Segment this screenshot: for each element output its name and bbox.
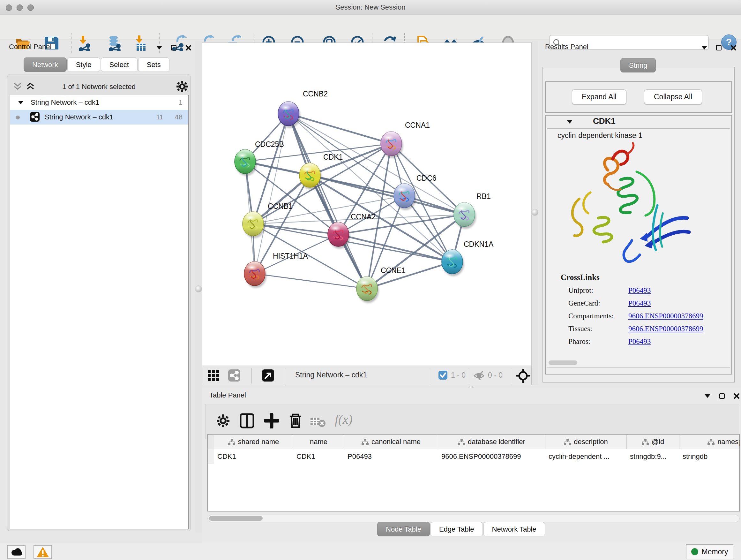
- table-cell[interactable]: stringdb: [679, 449, 740, 464]
- tab-string[interactable]: String: [620, 58, 656, 72]
- network-node-CCNA2: [328, 222, 350, 249]
- protein-structure-image: [560, 141, 694, 269]
- table-cell[interactable]: CDK1: [293, 449, 344, 464]
- network-collection-row[interactable]: String Network – cdk1 1: [10, 95, 188, 110]
- gene-hscroll-thumb[interactable]: [549, 361, 577, 365]
- gene-details: cyclin-dependent kinase 1: [547, 128, 730, 368]
- network-list: String Network – cdk1 1 String Network –…: [10, 95, 189, 529]
- share-view-icon[interactable]: [228, 369, 240, 381]
- network-node-HIST1H1A: [244, 261, 266, 288]
- crosslink-link[interactable]: P06493: [628, 287, 651, 295]
- column-header-5[interactable]: @id: [627, 435, 679, 449]
- close-panel-icon[interactable]: [731, 45, 737, 51]
- column-selector-icon[interactable]: [240, 413, 255, 428]
- table-cell[interactable]: stringdb:9...: [627, 449, 679, 464]
- collapse-panel-icon[interactable]: [156, 46, 162, 50]
- warning-button[interactable]: [33, 545, 52, 559]
- crosslink-label: Tissues:: [568, 325, 592, 333]
- crosslink-row: Tissues:9606.ENSP00000378699: [568, 325, 730, 333]
- delete-column-icon[interactable]: [288, 413, 303, 428]
- separator: [285, 368, 285, 383]
- tab-network[interactable]: Network: [23, 57, 67, 72]
- memory-status-dot: [691, 548, 698, 555]
- row-gutter: [208, 435, 214, 449]
- network-node-CDK1: [299, 163, 322, 190]
- network-row[interactable]: String Network – cdk1 11 48: [10, 110, 188, 125]
- crosslink-link[interactable]: P06493: [628, 337, 651, 346]
- selected-checkbox[interactable]: [439, 371, 448, 380]
- node-table[interactable]: shared namenamecanonical namedatabase id…: [207, 434, 740, 511]
- tab-edge-table[interactable]: Edge Table: [430, 522, 483, 537]
- hidden-count: 0 - 0: [488, 371, 502, 380]
- cloud-icon: [10, 548, 23, 557]
- crosslink-link[interactable]: 9606.ENSP00000378699: [628, 325, 703, 333]
- crosslink-label: Pharos:: [568, 337, 590, 346]
- crosslink-label: Uniprot:: [568, 287, 593, 294]
- table-toolbar: f(x): [205, 404, 739, 439]
- memory-button[interactable]: Memory: [686, 544, 733, 559]
- node-label-CCNA1: CCNA1: [405, 121, 430, 129]
- tab-sets[interactable]: Sets: [138, 57, 170, 72]
- expander-icon[interactable]: [18, 101, 23, 105]
- tab-network-table[interactable]: Network Table: [483, 522, 545, 537]
- close-panel-icon[interactable]: [734, 393, 740, 399]
- table-row[interactable]: CDK1CDK1P064939606.ENSP00000378699cyclin…: [208, 449, 739, 464]
- table-cell[interactable]: 9606.ENSP00000378699: [438, 449, 545, 464]
- results-panel-title: Results Panel: [545, 43, 589, 51]
- add-column-icon[interactable]: [264, 413, 279, 428]
- column-header-3[interactable]: database identifier: [438, 435, 545, 449]
- column-header-4[interactable]: description: [545, 435, 627, 449]
- birdseye-view-icon[interactable]: [262, 369, 274, 381]
- network-collection-panel: 1 of 1 Network selected String Network –…: [7, 74, 191, 531]
- separator: [430, 368, 430, 383]
- expand-all-button[interactable]: Expand All: [572, 89, 626, 105]
- left-divider-grip[interactable]: [195, 286, 202, 293]
- node-label-CDK1: CDK1: [323, 153, 343, 161]
- float-panel-icon[interactable]: [716, 45, 722, 51]
- crosslink-row: Pharos:P06493: [568, 337, 730, 346]
- table-hscroll-thumb[interactable]: [209, 516, 263, 521]
- tab-style[interactable]: Style: [67, 57, 100, 72]
- table-tabs: Node Table Edge Table Network Table: [377, 522, 546, 537]
- right-divider-grip[interactable]: [531, 209, 538, 216]
- column-header-6[interactable]: namespace: [679, 435, 740, 449]
- cloud-button[interactable]: [7, 545, 25, 559]
- collapse-panel-icon[interactable]: [704, 394, 711, 398]
- memory-label: Memory: [701, 548, 728, 556]
- network-node-count: 11: [156, 110, 163, 125]
- node-label-RB1: RB1: [476, 192, 491, 200]
- string-network-graph[interactable]: CCNB2CCNA1CDC25BCDK1CDC6RB1CCNB1CCNA2CDK…: [202, 43, 531, 366]
- delete-table-icon: [311, 417, 327, 427]
- results-panel: Results Panel String Expand All Collapse…: [540, 41, 738, 385]
- title-bar: Session: New Session: [0, 0, 741, 15]
- column-header-1[interactable]: name: [293, 435, 344, 449]
- node-label-CCNB2: CCNB2: [303, 90, 328, 98]
- network-node-CDC25B: [234, 149, 257, 176]
- column-header-2[interactable]: canonical name: [344, 435, 438, 449]
- collapse-all-button[interactable]: Collapse All: [644, 89, 702, 105]
- grid-view-icon[interactable]: [208, 370, 220, 382]
- table-cell[interactable]: cyclin-dependent ...: [545, 449, 627, 464]
- tab-node-table[interactable]: Node Table: [377, 522, 430, 537]
- table-cell[interactable]: CDK1: [214, 449, 293, 464]
- float-panel-icon[interactable]: [719, 393, 725, 399]
- network-canvas[interactable]: CCNB2CCNA1CDC25BCDK1CDC6RB1CCNB1CCNA2CDK…: [202, 43, 532, 366]
- collapse-panel-icon[interactable]: [701, 46, 707, 50]
- network-node-RB1: [454, 202, 476, 229]
- table-hscrollbar[interactable]: [207, 515, 740, 522]
- separator: [511, 368, 511, 383]
- column-header-0[interactable]: shared name: [214, 435, 293, 449]
- table-gear-icon[interactable]: [216, 414, 230, 428]
- gene-expander-icon[interactable]: [567, 120, 572, 124]
- close-panel-icon[interactable]: [185, 45, 192, 51]
- node-label-CCNE1: CCNE1: [381, 266, 406, 274]
- gear-icon[interactable]: [176, 80, 189, 93]
- float-panel-icon[interactable]: [171, 45, 177, 51]
- collection-count: 1: [179, 95, 183, 110]
- crosslink-link[interactable]: 9606.ENSP00000378699: [628, 312, 703, 320]
- crosshair-icon[interactable]: [516, 369, 530, 383]
- crosslink-link[interactable]: P06493: [628, 299, 651, 307]
- tab-select[interactable]: Select: [101, 57, 138, 72]
- table-cell[interactable]: P06493: [344, 449, 438, 464]
- node-label-CCNB1: CCNB1: [268, 202, 293, 210]
